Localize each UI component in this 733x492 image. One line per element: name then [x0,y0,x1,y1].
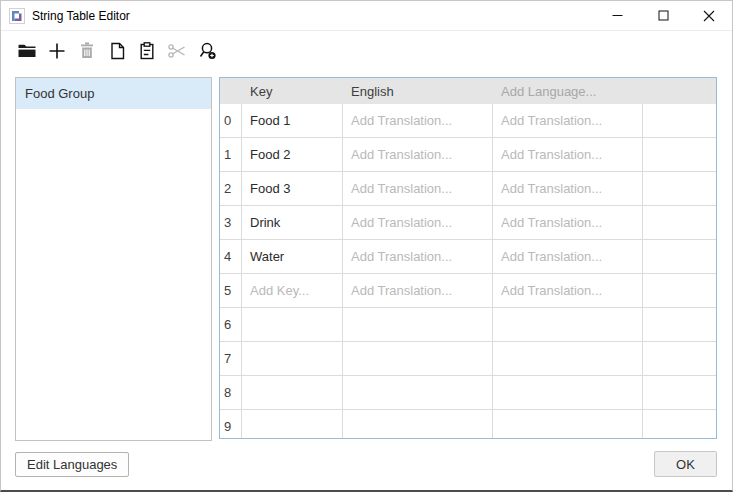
key-cell [242,308,343,341]
table-row: 3 Drink Add Translation... Add Translati… [220,206,716,240]
language-cell [493,342,643,375]
copy-icon [108,41,127,64]
language-cell[interactable]: Add Translation... [493,274,643,307]
find-add-icon [197,41,218,64]
english-cell[interactable]: Add Translation... [343,274,493,307]
extra-cell [643,240,716,273]
table-row: 0 Food 1 Add Translation... Add Translat… [220,104,716,138]
language-cell[interactable]: Add Translation... [493,138,643,171]
row-index: 6 [220,308,242,341]
delete-button[interactable] [76,40,98,64]
cut-button[interactable] [166,40,188,64]
row-index: 7 [220,342,242,375]
extra-cell [643,376,716,409]
extra-cell [643,410,716,439]
english-cell[interactable]: Add Translation... [343,240,493,273]
key-cell[interactable]: Add Key... [242,274,343,307]
table-row: 1 Food 2 Add Translation... Add Translat… [220,138,716,172]
extra-cell [643,138,716,171]
english-cell[interactable]: Add Translation... [343,206,493,239]
scissors-icon [166,41,188,64]
english-cell[interactable]: Add Translation... [343,104,493,137]
window-controls [594,1,732,30]
language-cell[interactable]: Add Translation... [493,104,643,137]
english-cell [343,376,493,409]
find-button[interactable] [196,40,218,64]
paste-button[interactable] [136,40,158,64]
header-english: English [343,84,493,99]
table-row: 9 [220,410,716,439]
table-header: Key English Add Language... [220,78,716,104]
extra-cell [643,342,716,375]
row-index[interactable]: 2 [220,172,242,205]
folder-open-icon [17,41,38,64]
sidebar-item-food-group[interactable]: Food Group [16,78,211,109]
key-cell[interactable]: Drink [242,206,343,239]
string-table-editor-window: String Table Editor [0,0,733,492]
extra-cell [643,206,716,239]
row-index[interactable]: 0 [220,104,242,137]
row-index[interactable]: 3 [220,206,242,239]
extra-cell [643,274,716,307]
language-cell [493,308,643,341]
english-cell [343,410,493,439]
language-cell[interactable]: Add Translation... [493,206,643,239]
maximize-button[interactable] [640,1,686,30]
ok-button[interactable]: OK [654,451,717,477]
copy-button[interactable] [106,40,128,64]
language-cell[interactable]: Add Translation... [493,240,643,273]
window-title: String Table Editor [32,9,130,23]
key-cell [242,342,343,375]
key-cell[interactable]: Food 2 [242,138,343,171]
header-add-language[interactable]: Add Language... [493,84,643,99]
english-cell [343,342,493,375]
key-cell[interactable]: Water [242,240,343,273]
titlebar: String Table Editor [1,1,732,31]
paste-icon [138,41,156,64]
language-cell [493,376,643,409]
english-cell[interactable]: Add Translation... [343,172,493,205]
table-row: 6 [220,308,716,342]
open-button[interactable] [16,40,38,64]
row-index[interactable]: 4 [220,240,242,273]
key-cell[interactable]: Food 3 [242,172,343,205]
key-cell[interactable]: Food 1 [242,104,343,137]
extra-cell [643,172,716,205]
row-index: 9 [220,410,242,439]
edit-languages-button[interactable]: Edit Languages [15,452,129,477]
close-button[interactable] [686,1,732,30]
table-row: 7 [220,342,716,376]
toolbar [1,31,732,70]
language-cell[interactable]: Add Translation... [493,172,643,205]
language-cell [493,410,643,439]
extra-cell [643,104,716,137]
add-icon [47,41,67,64]
table-row: 8 [220,376,716,410]
string-table-list: Food Group [15,77,212,441]
header-key: Key [242,84,343,99]
add-button[interactable] [46,40,68,64]
table-row: 4 Water Add Translation... Add Translati… [220,240,716,274]
table-row: 5 Add Key... Add Translation... Add Tran… [220,274,716,308]
string-table-grid: Key English Add Language... 0 Food 1 Add… [219,77,717,439]
english-cell[interactable]: Add Translation... [343,138,493,171]
key-cell [242,376,343,409]
row-index: 8 [220,376,242,409]
english-cell [343,308,493,341]
extra-cell [643,308,716,341]
row-index[interactable]: 1 [220,138,242,171]
app-icon [9,8,25,24]
row-index[interactable]: 5 [220,274,242,307]
table-row: 2 Food 3 Add Translation... Add Translat… [220,172,716,206]
key-cell [242,410,343,439]
trash-icon [78,41,96,63]
minimize-button[interactable] [594,1,640,30]
